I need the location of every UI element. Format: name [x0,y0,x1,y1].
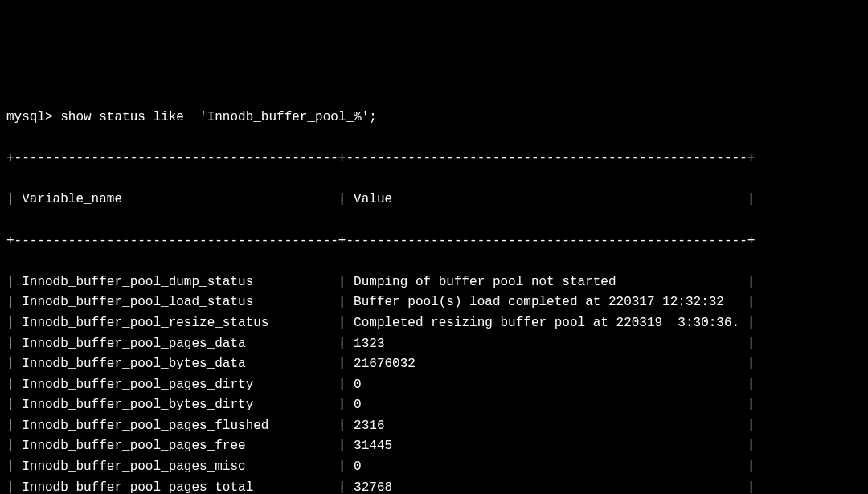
variable-name-cell: Innodb_buffer_pool_pages_dirty [22,378,330,392]
table-row: | Innodb_buffer_pool_pages_total | 32768… [6,478,862,494]
table-pipe: | [330,398,354,412]
table-row: | Innodb_buffer_pool_load_status | Buffe… [6,292,862,313]
table-pipe: | [739,295,755,309]
table-pipe: | [739,275,755,289]
table-pipe: | [6,398,22,412]
table-pipe: | [330,275,354,289]
table-pipe: | [330,316,354,330]
value-cell: 1323 [354,337,739,351]
table-pipe: | [6,337,22,351]
table-row: | Innodb_buffer_pool_pages_data | 1323 | [6,334,862,355]
table-pipe: | [6,295,22,309]
table-pipe: | [739,459,755,474]
table-pipe: | [330,337,354,351]
table-row: | Innodb_buffer_pool_pages_free | 31445 … [6,436,862,457]
variable-name-cell: Innodb_buffer_pool_pages_total [22,480,330,494]
table-pipe: | [330,439,354,453]
variable-name-cell: Innodb_buffer_pool_pages_free [22,439,330,453]
variable-name-cell: Innodb_buffer_pool_bytes_data [22,357,330,371]
table-pipe: | [330,378,354,392]
value-cell: 31445 [354,439,739,453]
table-pipe: | [739,439,755,453]
table-pipe: | [6,357,22,371]
value-cell: 0 [354,378,739,392]
table-pipe: | [739,316,755,330]
variable-name-cell: Innodb_buffer_pool_pages_flushed [22,418,330,433]
table-row: | Innodb_buffer_pool_resize_status | Com… [6,313,862,334]
table-pipe: | [330,459,354,474]
value-cell: Completed resizing buffer pool at 220319… [354,316,739,330]
value-cell: 32768 [354,480,739,494]
value-cell: Buffer pool(s) load completed at 220317 … [354,295,739,309]
table-header-row: | Variable_name | Value | [6,190,862,210]
table-pipe: | [739,357,755,371]
table-pipe: | [739,480,755,494]
variable-name-cell: Innodb_buffer_pool_load_status [22,295,330,309]
variable-name-cell: Innodb_buffer_pool_resize_status [22,316,330,330]
table-pipe: | [330,295,354,309]
value-cell: 2316 [354,418,739,433]
table-pipe: | [6,378,22,392]
table-row: | Innodb_buffer_pool_pages_dirty | 0 | [6,375,862,396]
mysql-prompt-line[interactable]: mysql> show status like 'Innodb_buffer_p… [6,108,862,129]
value-cell: 0 [354,398,739,412]
table-pipe: | [330,357,354,371]
table-row: | Innodb_buffer_pool_bytes_dirty | 0 | [6,395,862,416]
table-pipe: | [739,418,755,433]
table-border-top: +---------------------------------------… [6,149,862,169]
table-pipe: | [6,439,22,453]
table-pipe: | [330,480,354,494]
value-cell: Dumping of buffer pool not started [354,275,739,289]
table-pipe: | [6,459,22,474]
mysql-prompt: mysql> [6,110,60,125]
table-body: | Innodb_buffer_pool_dump_status | Dumpi… [6,272,862,494]
mysql-terminal-output: mysql> show status like 'Innodb_buffer_p… [6,87,862,494]
variable-name-cell: Innodb_buffer_pool_dump_status [22,275,330,289]
table-row: | Innodb_buffer_pool_dump_status | Dumpi… [6,272,862,293]
value-cell: 21676032 [354,357,739,371]
table-row: | Innodb_buffer_pool_pages_misc | 0 | [6,457,862,478]
table-pipe: | [739,337,755,351]
variable-name-cell: Innodb_buffer_pool_bytes_dirty [22,398,330,412]
variable-name-cell: Innodb_buffer_pool_pages_data [22,337,330,351]
table-pipe: | [739,398,755,412]
table-row: | Innodb_buffer_pool_pages_flushed | 231… [6,416,862,437]
table-row: | Innodb_buffer_pool_bytes_data | 216760… [6,354,862,375]
mysql-command: show status like 'Innodb_buffer_pool_%'; [60,110,377,125]
table-border-mid: +---------------------------------------… [6,231,862,252]
table-pipe: | [6,275,22,289]
table-pipe: | [6,316,22,330]
table-pipe: | [330,418,354,433]
table-pipe: | [739,378,755,392]
table-pipe: | [6,480,22,494]
value-cell: 0 [354,459,739,474]
variable-name-cell: Innodb_buffer_pool_pages_misc [22,459,330,474]
table-pipe: | [6,418,22,433]
